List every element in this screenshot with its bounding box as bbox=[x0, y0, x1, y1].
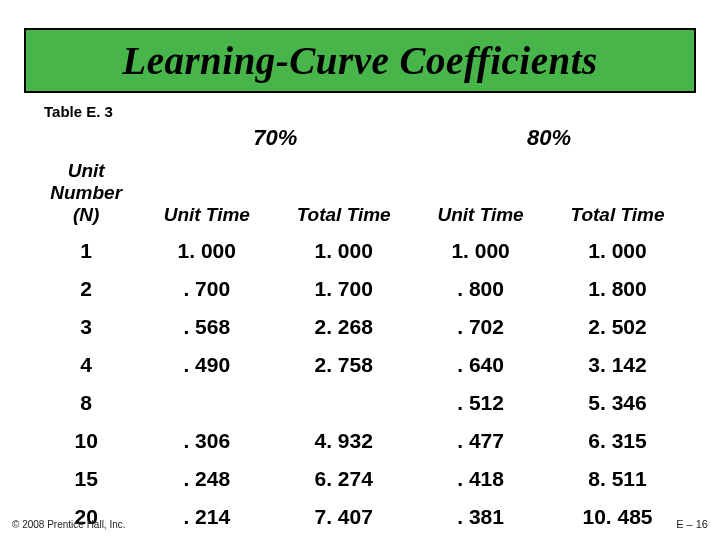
col-unit-number: UnitNumber(N) bbox=[34, 157, 138, 232]
cell-u80: . 418 bbox=[412, 460, 549, 498]
cell-n: 3 bbox=[34, 308, 138, 346]
cell-u80: . 702 bbox=[412, 308, 549, 346]
cell-n: 10 bbox=[34, 422, 138, 460]
column-header-row: UnitNumber(N) Unit Time Total Time Unit … bbox=[34, 157, 686, 232]
cell-t70: 1. 700 bbox=[275, 270, 412, 308]
coefficients-table-wrap: 70% 80% UnitNumber(N) Unit Time Total Ti… bbox=[34, 122, 686, 536]
cell-t70: 2. 758 bbox=[275, 346, 412, 384]
cell-t70: 1. 000 bbox=[275, 232, 412, 270]
cell-u70: . 306 bbox=[138, 422, 275, 460]
group-header-row: 70% 80% bbox=[34, 122, 686, 157]
cell-u70: 1. 000 bbox=[138, 232, 275, 270]
cell-t70: 4. 932 bbox=[275, 422, 412, 460]
cell-u80: . 640 bbox=[412, 346, 549, 384]
footer-copyright: © 2008 Prentice Hall, Inc. bbox=[12, 519, 126, 530]
coefficients-table: 70% 80% UnitNumber(N) Unit Time Total Ti… bbox=[34, 122, 686, 536]
cell-u80: 1. 000 bbox=[412, 232, 549, 270]
group-header-70: 70% bbox=[138, 122, 412, 157]
table-row: 3. 5682. 268. 7022. 502 bbox=[34, 308, 686, 346]
cell-t80: 2. 502 bbox=[549, 308, 686, 346]
cell-u80: . 512 bbox=[412, 384, 549, 422]
cell-u70: . 490 bbox=[138, 346, 275, 384]
table-row: 2. 7001. 700. 8001. 800 bbox=[34, 270, 686, 308]
cell-u80: . 800 bbox=[412, 270, 549, 308]
cell-n: 4 bbox=[34, 346, 138, 384]
table-body: 11. 0001. 0001. 0001. 0002. 7001. 700. 8… bbox=[34, 232, 686, 536]
table-row: 4. 4902. 758. 6403. 142 bbox=[34, 346, 686, 384]
table-row: 10. 3064. 932. 4776. 315 bbox=[34, 422, 686, 460]
cell-t80: 6. 315 bbox=[549, 422, 686, 460]
cell-n: 15 bbox=[34, 460, 138, 498]
cell-t80: 1. 000 bbox=[549, 232, 686, 270]
table-row: 8. 5125. 346 bbox=[34, 384, 686, 422]
cell-t80: 3. 142 bbox=[549, 346, 686, 384]
cell-t70: 7. 407 bbox=[275, 498, 412, 536]
cell-u70 bbox=[138, 384, 275, 422]
cell-t70 bbox=[275, 384, 412, 422]
cell-u70: . 214 bbox=[138, 498, 275, 536]
table-label: Table E. 3 bbox=[44, 103, 720, 120]
cell-u70: . 568 bbox=[138, 308, 275, 346]
title-banner: Learning-Curve Coefficients bbox=[24, 28, 696, 93]
table-row: 15. 2486. 274. 4188. 511 bbox=[34, 460, 686, 498]
cell-n: 2 bbox=[34, 270, 138, 308]
cell-u70: . 248 bbox=[138, 460, 275, 498]
cell-u70: . 700 bbox=[138, 270, 275, 308]
col-total-time-70: Total Time bbox=[275, 157, 412, 232]
cell-u80: . 381 bbox=[412, 498, 549, 536]
footer-page-number: E – 16 bbox=[676, 518, 708, 530]
col-unit-time-80: Unit Time bbox=[412, 157, 549, 232]
group-header-80: 80% bbox=[412, 122, 686, 157]
col-unit-time-70: Unit Time bbox=[138, 157, 275, 232]
cell-t70: 2. 268 bbox=[275, 308, 412, 346]
cell-n: 1 bbox=[34, 232, 138, 270]
page-title: Learning-Curve Coefficients bbox=[38, 38, 682, 83]
cell-t70: 6. 274 bbox=[275, 460, 412, 498]
cell-t80: 10. 485 bbox=[549, 498, 686, 536]
cell-u80: . 477 bbox=[412, 422, 549, 460]
table-row: 11. 0001. 0001. 0001. 000 bbox=[34, 232, 686, 270]
cell-t80: 8. 511 bbox=[549, 460, 686, 498]
col-total-time-80: Total Time bbox=[549, 157, 686, 232]
cell-t80: 5. 346 bbox=[549, 384, 686, 422]
cell-t80: 1. 800 bbox=[549, 270, 686, 308]
cell-n: 8 bbox=[34, 384, 138, 422]
table-row: 20. 2147. 407. 38110. 485 bbox=[34, 498, 686, 536]
